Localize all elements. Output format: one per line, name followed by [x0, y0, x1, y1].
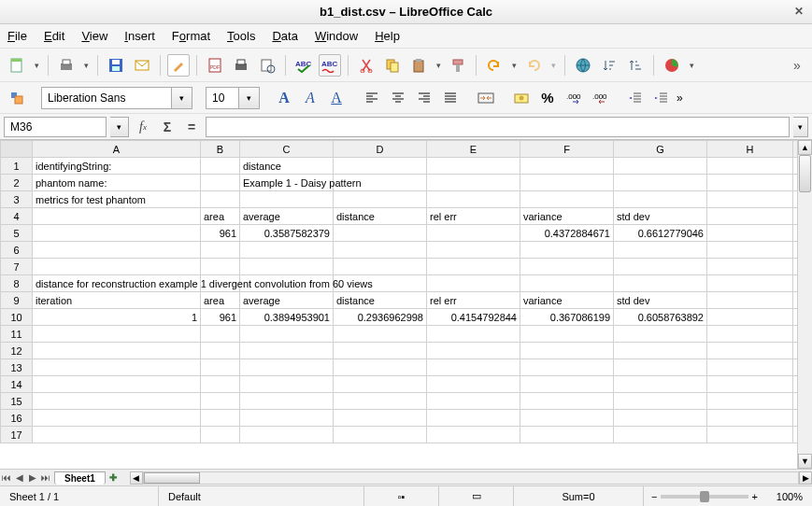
cell-reference-input[interactable] [4, 117, 107, 137]
tab-first-button[interactable]: ⏮ [0, 472, 13, 483]
cell-G8[interactable] [614, 275, 707, 292]
cell-I2[interactable] [793, 175, 798, 191]
bold-button[interactable]: A [273, 87, 295, 109]
italic-button[interactable]: A [299, 87, 321, 109]
print-dropdown[interactable]: ▾ [81, 54, 91, 77]
cell-B10[interactable]: 961 [201, 309, 240, 326]
cell-E16[interactable] [427, 410, 520, 427]
undo-dropdown[interactable]: ▾ [509, 54, 519, 77]
cell-B4[interactable]: area [201, 208, 240, 225]
cell-C15[interactable] [240, 393, 334, 410]
cell-A17[interactable] [33, 427, 201, 443]
copy-button[interactable] [381, 54, 404, 77]
cell-G5[interactable]: 0.6612779046 [614, 225, 707, 242]
cell-E9[interactable]: rel err [427, 292, 520, 309]
zoom-thumb[interactable] [700, 491, 709, 502]
cell-D12[interactable] [334, 343, 427, 359]
cell-E14[interactable] [427, 376, 520, 393]
cell-G17[interactable] [614, 427, 707, 443]
zoom-out-button[interactable]: − [651, 491, 657, 502]
cell-A13[interactable] [33, 359, 201, 376]
cell-C17[interactable] [240, 427, 334, 443]
cell-A6[interactable] [33, 242, 201, 259]
cell-G3[interactable] [614, 191, 707, 208]
status-selection-mode[interactable]: ▭ [439, 486, 514, 506]
cell-F1[interactable] [520, 158, 614, 175]
cell-H1[interactable] [707, 158, 793, 175]
cell-A16[interactable] [33, 410, 201, 427]
cell-G11[interactable] [614, 326, 707, 343]
cell-D14[interactable] [334, 376, 427, 393]
hscroll-right[interactable]: ▶ [799, 471, 812, 485]
cell-C7[interactable] [240, 259, 334, 275]
cell-G14[interactable] [614, 376, 707, 393]
formatting-overflow[interactable]: » [677, 91, 683, 105]
cell-C9[interactable]: average [240, 292, 334, 309]
cell-G9[interactable]: std dev [614, 292, 707, 309]
vertical-scrollbar[interactable]: ▲ ▼ [797, 140, 812, 469]
row-header-11[interactable]: 11 [1, 326, 33, 343]
row-header-2[interactable]: 2 [1, 175, 33, 191]
cell-I9[interactable] [793, 292, 798, 309]
cell-A11[interactable] [33, 326, 201, 343]
cell-F6[interactable] [520, 242, 614, 259]
cell-F9[interactable]: variance [520, 292, 614, 309]
align-center-button[interactable] [387, 87, 409, 109]
cell-B9[interactable]: area [201, 292, 240, 309]
cell-F15[interactable] [520, 393, 614, 410]
tab-last-button[interactable]: ⏭ [39, 472, 52, 483]
cell-F11[interactable] [520, 326, 614, 343]
row-header-17[interactable]: 17 [1, 427, 33, 443]
cell-I14[interactable] [793, 376, 798, 393]
hscroll-thumb[interactable] [144, 472, 200, 484]
cell-C10[interactable]: 0.3894953901 [240, 309, 334, 326]
cell-H5[interactable] [707, 225, 793, 242]
row-header-3[interactable]: 3 [1, 191, 33, 208]
cell-E2[interactable] [427, 175, 520, 191]
tab-prev-button[interactable]: ◀ [13, 472, 26, 483]
cell-C6[interactable] [240, 242, 334, 259]
cell-D10[interactable]: 0.2936962998 [334, 309, 427, 326]
column-header-D[interactable]: D [334, 141, 427, 158]
cell-I17[interactable] [793, 427, 798, 443]
cell-G2[interactable] [614, 175, 707, 191]
cell-F4[interactable]: variance [520, 208, 614, 225]
cell-B13[interactable] [201, 359, 240, 376]
cell-G13[interactable] [614, 359, 707, 376]
clone-formatting-button[interactable] [447, 54, 469, 77]
cell-E11[interactable] [427, 326, 520, 343]
styles-button[interactable] [6, 87, 28, 109]
print-direct-button[interactable] [230, 54, 252, 77]
cell-A7[interactable] [33, 259, 201, 275]
cell-A3[interactable]: metrics for test phantom [33, 191, 201, 208]
menu-file[interactable]: File [7, 29, 27, 43]
cell-F5[interactable]: 0.4372884671 [520, 225, 614, 242]
cell-A14[interactable] [33, 376, 201, 393]
cell-H16[interactable] [707, 410, 793, 427]
cell-C4[interactable]: average [240, 208, 334, 225]
cell-D16[interactable] [334, 410, 427, 427]
cell-G15[interactable] [614, 393, 707, 410]
cell-G7[interactable] [614, 259, 707, 275]
cell-E10[interactable]: 0.4154792844 [427, 309, 520, 326]
cell-H15[interactable] [707, 393, 793, 410]
cell-A12[interactable] [33, 343, 201, 359]
cell-B6[interactable] [201, 242, 240, 259]
cell-B5[interactable]: 961 [201, 225, 240, 242]
cell-B2[interactable] [201, 175, 240, 191]
sum-button[interactable]: Σ [157, 117, 178, 137]
cell-B17[interactable] [201, 427, 240, 443]
edit-mode-button[interactable] [167, 54, 190, 77]
zoom-in-button[interactable]: + [752, 491, 758, 502]
cell-G16[interactable] [614, 410, 707, 427]
cell-I6[interactable] [793, 242, 798, 259]
cell-E6[interactable] [427, 242, 520, 259]
cell-E1[interactable] [427, 158, 520, 175]
undo-button[interactable] [483, 54, 506, 77]
cell-reference-dropdown[interactable]: ▾ [110, 117, 129, 137]
cell-D3[interactable] [334, 191, 427, 208]
row-header-1[interactable]: 1 [1, 158, 33, 175]
cell-H8[interactable] [707, 275, 793, 292]
row-header-10[interactable]: 10 [1, 309, 33, 326]
decrease-indent-button[interactable] [624, 87, 647, 109]
